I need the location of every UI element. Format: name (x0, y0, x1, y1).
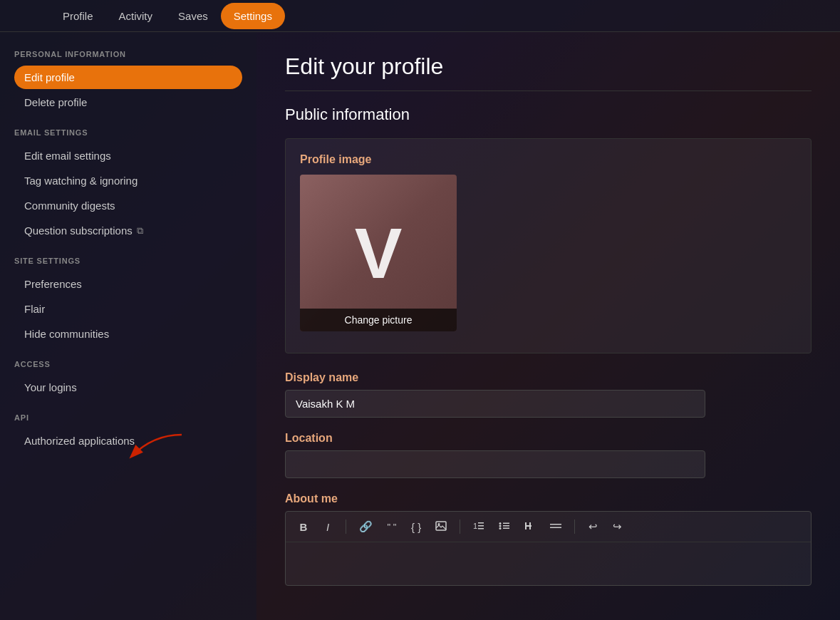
profile-image-section: Profile image V Change picture (285, 138, 812, 353)
blockquote-button[interactable]: " " (383, 519, 401, 535)
content-area: Edit your profile Public information Pro… (256, 32, 840, 620)
code-button[interactable]: { } (407, 518, 425, 536)
ordered-list-button[interactable]: 1. (469, 518, 489, 536)
main-content: PERSONAL INFORMATION Edit profile Delete… (0, 32, 840, 620)
sidebar-section-access: ACCESS (14, 360, 242, 368)
sidebar-item-authorized-applications[interactable]: Authorized applications (14, 429, 242, 453)
svg-rect-11 (503, 525, 509, 527)
tab-profile[interactable]: Profile (50, 3, 106, 29)
about-me-editor: B I 🔗 " " { } (285, 511, 812, 586)
page-title: Edit your profile (285, 53, 812, 91)
about-me-section: About me B I 🔗 " " { } (285, 492, 812, 586)
sidebar-item-hide-communities[interactable]: Hide communities (14, 322, 242, 346)
svg-rect-6 (478, 528, 484, 529)
external-link-icon: ⧉ (137, 225, 143, 237)
change-picture-overlay[interactable]: Change picture (300, 309, 457, 331)
sidebar-section-personal-information: PERSONAL INFORMATION (14, 50, 242, 58)
sidebar-section-api: API (14, 413, 242, 422)
sidebar-section-email-settings: EMAIL SETTINGS (14, 128, 242, 137)
sidebar-item-preferences[interactable]: Preferences (14, 272, 242, 296)
svg-rect-17 (550, 527, 561, 528)
bold-button[interactable]: B (294, 518, 313, 536)
sidebar-item-tag-watching-ignoring[interactable]: Tag watching & ignoring (14, 169, 242, 192)
image-button[interactable] (431, 518, 451, 536)
svg-point-8 (499, 525, 502, 527)
svg-point-7 (499, 522, 502, 525)
sidebar-item-delete-profile[interactable]: Delete profile (14, 91, 242, 114)
toolbar-separator-1 (346, 520, 346, 534)
svg-rect-10 (503, 522, 509, 524)
editor-toolbar: B I 🔗 " " { } (286, 512, 811, 542)
avatar-background: V (300, 175, 457, 331)
italic-button[interactable]: I (318, 518, 337, 536)
svg-rect-5 (478, 525, 484, 527)
link-button[interactable]: 🔗 (355, 517, 377, 536)
sidebar-item-edit-email-settings[interactable]: Edit email settings (14, 144, 242, 167)
unordered-list-button[interactable] (494, 518, 514, 536)
svg-rect-15 (525, 525, 532, 527)
sidebar-item-your-logins[interactable]: Your logins (14, 376, 242, 399)
display-name-label: Display name (285, 371, 812, 384)
location-input[interactable] (285, 450, 705, 478)
location-group: Location (285, 432, 812, 478)
tab-saves[interactable]: Saves (165, 3, 221, 29)
public-information-heading: Public information (285, 105, 812, 124)
display-name-group: Display name (285, 371, 812, 418)
toolbar-separator-2 (460, 520, 460, 534)
avatar-letter: V (355, 212, 403, 294)
location-label: Location (285, 432, 812, 445)
undo-button[interactable]: ↩ (584, 517, 602, 536)
svg-point-9 (499, 527, 502, 529)
profile-image-label: Profile image (300, 153, 797, 166)
svg-rect-1 (436, 522, 446, 530)
sidebar-item-edit-profile[interactable]: Edit profile (14, 66, 242, 89)
display-name-input[interactable] (285, 390, 705, 418)
top-navigation: Profile Activity Saves Settings (0, 0, 840, 32)
sidebar: PERSONAL INFORMATION Edit profile Delete… (0, 32, 256, 620)
sidebar-item-flair[interactable]: Flair (14, 297, 242, 321)
sidebar-item-community-digests[interactable]: Community digests (14, 194, 242, 217)
sidebar-section-site-settings: SITE SETTINGS (14, 257, 242, 265)
svg-rect-12 (503, 527, 509, 529)
about-me-label: About me (285, 492, 812, 505)
hr-button[interactable] (546, 518, 566, 536)
about-me-content[interactable] (286, 542, 811, 585)
toolbar-separator-3 (574, 520, 575, 534)
heading-button[interactable] (520, 518, 540, 536)
tab-settings[interactable]: Settings (221, 3, 285, 29)
profile-avatar-wrapper[interactable]: V Change picture (300, 175, 457, 331)
svg-rect-16 (550, 524, 561, 525)
svg-rect-4 (478, 522, 484, 524)
sidebar-item-question-subscriptions[interactable]: Question subscriptions ⧉ (14, 219, 242, 242)
redo-button[interactable]: ↪ (608, 517, 626, 536)
tab-activity[interactable]: Activity (106, 3, 166, 29)
